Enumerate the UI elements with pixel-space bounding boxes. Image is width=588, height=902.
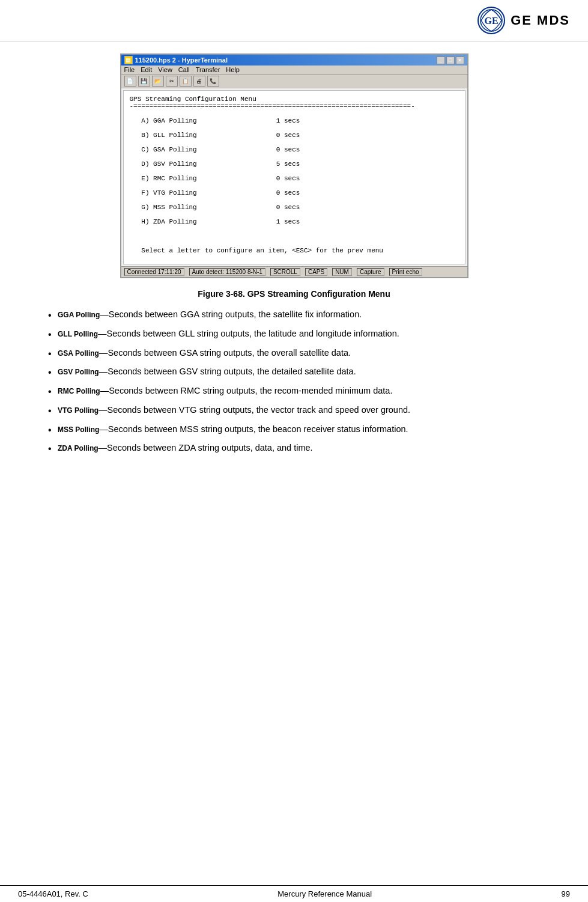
list-item: GSA Polling—Seconds between GSA string o… <box>48 347 552 360</box>
status-print-echo: Print echo <box>389 268 422 276</box>
menu-call[interactable]: Call <box>178 66 190 73</box>
desc-gsa-polling: —Seconds between GSA string outputs, the… <box>99 348 351 358</box>
term-vtg-polling: VTG Polling <box>58 406 99 415</box>
desc-gll-polling: —Seconds between GLL string outputs, the… <box>98 329 399 338</box>
term-gsa-polling: GSA Polling <box>58 349 99 358</box>
titlebar-left: ▤ 115200.hps 2 - HyperTerminal <box>124 56 228 64</box>
svg-text:GE: GE <box>485 16 499 26</box>
list-item: ZDA Polling—Seconds between ZDA string o… <box>48 442 552 455</box>
page-header: GE GE MDS <box>0 0 588 41</box>
footer-center: Mercury Reference Manual <box>277 889 372 898</box>
desc-vtg-polling: —Seconds between VTG string outputs, the… <box>99 405 410 415</box>
minimize-button[interactable]: _ <box>437 56 445 64</box>
toolbar-btn-1[interactable]: 📄 <box>124 76 136 87</box>
logo-area: GE GE MDS <box>477 6 570 35</box>
menu-file[interactable]: File <box>124 66 135 73</box>
close-button[interactable]: × <box>456 56 464 64</box>
menu-transfer[interactable]: Transfer <box>196 66 220 73</box>
figure-caption: Figure 3-68. GPS Streaming Configuration… <box>36 289 552 299</box>
terminal-menubar: File Edit View Call Transfer Help <box>121 66 467 75</box>
status-caps: CAPS <box>305 268 327 276</box>
desc-rmc-polling: —Seconds between RMC string outputs, the… <box>100 386 393 395</box>
list-item: GSV Polling—Seconds between GSV string o… <box>48 365 552 379</box>
desc-mss-polling: —Seconds between MSS string outputs, the… <box>99 424 408 434</box>
toolbar-btn-4[interactable]: ✂ <box>166 76 178 87</box>
term-mss-polling: MSS Polling <box>58 425 99 434</box>
menu-help[interactable]: Help <box>226 66 240 73</box>
window-controls[interactable]: _ □ × <box>437 56 464 64</box>
status-capture: Capture <box>357 268 384 276</box>
footer-left: 05-4446A01, Rev. C <box>18 889 88 898</box>
status-auto-detect: Auto detect: 115200 8-N-1 <box>189 268 265 276</box>
term-zda-polling: ZDA Polling <box>58 444 99 453</box>
terminal-titlebar: ▤ 115200.hps 2 - HyperTerminal _ □ × <box>121 55 467 66</box>
terminal-statusbar: Connected 17:11:20 Auto detect: 115200 8… <box>121 266 467 277</box>
term-gsv-polling: GSV Polling <box>58 368 99 376</box>
maximize-button[interactable]: □ <box>446 56 455 64</box>
desc-gsv-polling: —Seconds between GSV string outputs, the… <box>99 367 356 376</box>
term-gga-polling: GGA Polling <box>58 311 100 319</box>
terminal-window: ▤ 115200.hps 2 - HyperTerminal _ □ × Fil… <box>120 53 468 278</box>
ge-logo-icon: GE <box>477 6 506 35</box>
desc-gga-polling: —Seconds between GGA string outputs, the… <box>100 309 362 319</box>
company-name: GE MDS <box>511 13 570 28</box>
list-item: RMC Polling—Seconds between RMC string o… <box>48 385 552 398</box>
terminal-app-icon: ▤ <box>124 56 133 64</box>
footer-right: 99 <box>562 889 570 898</box>
terminal-toolbar: 📄 💾 📂 ✂ 📋 🖨 📞 <box>121 75 467 88</box>
terminal-screen: GPS Streaming Configuration Menu -======… <box>123 90 465 264</box>
toolbar-btn-6[interactable]: 🖨 <box>193 76 205 87</box>
term-gll-polling: GLL Polling <box>58 330 98 338</box>
menu-view[interactable]: View <box>158 66 172 73</box>
list-item: MSS Polling—Seconds between MSS string o… <box>48 423 552 436</box>
desc-zda-polling: —Seconds between ZDA string outputs, dat… <box>99 443 313 453</box>
list-item: GLL Polling—Seconds between GLL string o… <box>48 328 552 341</box>
term-rmc-polling: RMC Polling <box>58 387 100 395</box>
status-connected: Connected 17:11:20 <box>124 268 184 276</box>
status-scroll: SCROLL <box>270 268 300 276</box>
terminal-title: 115200.hps 2 - HyperTerminal <box>135 56 228 64</box>
toolbar-btn-5[interactable]: 📋 <box>180 76 192 87</box>
toolbar-btn-3[interactable]: 📂 <box>152 76 164 87</box>
toolbar-btn-2[interactable]: 💾 <box>138 76 150 87</box>
status-num: NUM <box>332 268 352 276</box>
main-content: ▤ 115200.hps 2 - HyperTerminal _ □ × Fil… <box>0 41 588 473</box>
list-item: GGA Polling—Seconds between GGA string o… <box>48 308 552 321</box>
bullet-list: GGA Polling—Seconds between GGA string o… <box>36 308 552 455</box>
toolbar-btn-7[interactable]: 📞 <box>207 76 219 87</box>
page-footer: 05-4446A01, Rev. C Mercury Reference Man… <box>0 885 588 902</box>
menu-edit[interactable]: Edit <box>141 66 152 73</box>
list-item: VTG Polling—Seconds between VTG string o… <box>48 404 552 417</box>
